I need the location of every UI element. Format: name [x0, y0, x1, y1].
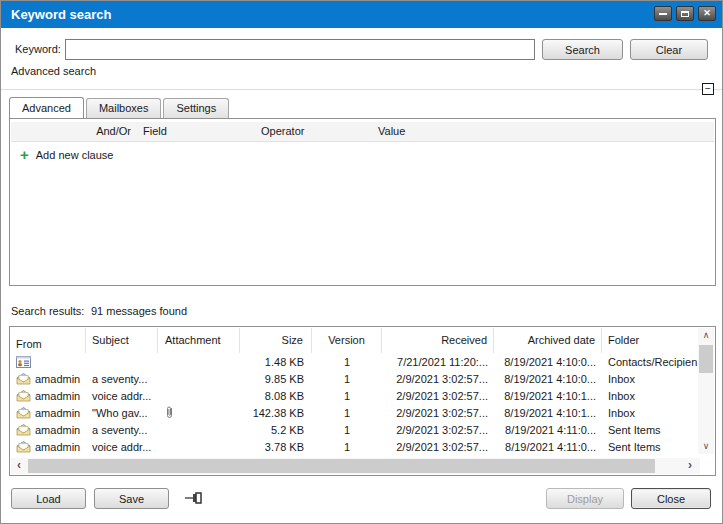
clause-col-field: Field — [143, 125, 167, 137]
window-title: Keyword search — [1, 7, 111, 22]
collapse-toggle[interactable]: − — [702, 83, 714, 95]
scroll-up-icon[interactable]: ∧ — [698, 328, 714, 343]
advanced-search-label: Advanced search — [11, 65, 96, 77]
minus-icon: − — [705, 84, 711, 94]
table-row[interactable]: amadmin voice addr... 3.78 KB 1 2/9/2021… — [11, 438, 700, 455]
envelope-icon — [16, 390, 31, 402]
envelope-icon — [16, 441, 31, 453]
tab-mailboxes[interactable]: Mailboxes — [86, 98, 162, 118]
add-new-clause-button[interactable]: + Add new clause — [20, 149, 113, 161]
tab-advanced[interactable]: Advanced — [9, 97, 84, 118]
cell-size: 1.48 KB — [240, 356, 312, 368]
maximize-icon — [681, 11, 689, 17]
col-header-version[interactable]: Version — [312, 328, 382, 353]
cell-archived-date: 8/19/2021 4:11:0... — [494, 424, 602, 436]
cell-version: 1 — [312, 356, 382, 368]
cell-subject: voice addr... — [86, 441, 158, 453]
table-row[interactable]: amadmin "Who gav... 142.38 KB 1 2/9/2021… — [11, 404, 700, 421]
cell-from: amadmin — [35, 407, 80, 419]
cell-size: 5.2 KB — [240, 424, 312, 436]
pin-icon[interactable] — [185, 492, 203, 506]
cell-folder: Sent Items — [602, 424, 700, 436]
cell-folder: Inbox — [602, 373, 700, 385]
col-header-size[interactable]: Size — [240, 328, 312, 353]
cell-version: 1 — [312, 373, 382, 385]
display-button: Display — [546, 488, 624, 509]
clause-col-value: Value — [378, 125, 405, 137]
search-button[interactable]: Search — [542, 39, 623, 60]
cell-subject: "Who gav... — [86, 407, 158, 419]
separator-line — [1, 89, 723, 90]
cell-size: 3.78 KB — [240, 441, 312, 453]
cell-received: 2/9/2021 3:02:57... — [382, 424, 494, 436]
scroll-right-icon[interactable]: › — [682, 458, 698, 474]
col-header-received[interactable]: Received — [382, 328, 494, 353]
cell-received: 2/9/2021 3:02:57... — [382, 407, 494, 419]
cell-from: amadmin — [35, 441, 80, 453]
tab-settings[interactable]: Settings — [163, 98, 229, 118]
cell-version: 1 — [312, 424, 382, 436]
envelope-icon — [16, 373, 31, 385]
cell-from: amadmin — [35, 390, 80, 402]
col-header-attachment[interactable]: Attachment — [158, 328, 240, 353]
table-row[interactable]: amadmin a seventy... 9.85 KB 1 2/9/2021 … — [11, 370, 700, 387]
maximize-button[interactable] — [676, 6, 694, 21]
table-row[interactable]: amadmin voice addr... 8.08 KB 1 2/9/2021… — [11, 387, 700, 404]
results-rows: 1.48 KB 1 7/21/2021 11:20:... 8/19/2021 … — [11, 353, 700, 455]
col-header-archived-date[interactable]: Archived date — [494, 328, 602, 353]
cell-received: 2/9/2021 3:02:57... — [382, 390, 494, 402]
cell-archived-date: 8/19/2021 4:10:1... — [494, 407, 602, 419]
cell-archived-date: 8/19/2021 4:10:1... — [494, 390, 602, 402]
scroll-down-icon[interactable]: ∨ — [698, 439, 714, 454]
keyword-input[interactable] — [65, 39, 535, 60]
clause-col-andor: And/Or — [96, 125, 131, 137]
advanced-tab-panel: And/Or Field Operator Value + Add new cl… — [9, 118, 716, 286]
cell-folder: Inbox — [602, 390, 700, 402]
horizontal-scrollbar[interactable]: ‹ › — [11, 458, 700, 474]
cell-folder: Inbox — [602, 407, 700, 419]
tab-strip: Advanced Mailboxes Settings — [9, 98, 231, 118]
cell-version: 1 — [312, 390, 382, 402]
cell-archived-date: 8/19/2021 4:11:0... — [494, 441, 602, 453]
vertical-scrollbar[interactable]: ∧ ∨ — [698, 328, 714, 454]
table-row[interactable]: amadmin a seventy... 5.2 KB 1 2/9/2021 3… — [11, 421, 700, 438]
col-header-folder[interactable]: Folder — [602, 328, 700, 353]
close-dialog-button[interactable]: Close — [631, 488, 711, 509]
cell-size: 9.85 KB — [240, 373, 312, 385]
cell-received: 7/21/2021 11:20:... — [382, 356, 494, 368]
table-row[interactable]: 1.48 KB 1 7/21/2021 11:20:... 8/19/2021 … — [11, 353, 700, 370]
cell-received: 2/9/2021 3:02:57... — [382, 441, 494, 453]
minimize-button[interactable] — [654, 6, 672, 21]
close-button[interactable]: ✕ — [698, 6, 716, 21]
load-button[interactable]: Load — [11, 488, 86, 509]
save-button[interactable]: Save — [94, 488, 169, 509]
cell-archived-date: 8/19/2021 4:10:0... — [494, 373, 602, 385]
col-header-from[interactable]: From — [11, 328, 86, 353]
search-results-count: 91 messages found — [91, 305, 187, 317]
horizontal-scroll-thumb[interactable] — [28, 459, 655, 473]
titlebar[interactable]: Keyword search ✕ — [1, 1, 722, 28]
paperclip-icon — [165, 405, 174, 419]
keyword-label: Keyword: — [15, 43, 61, 55]
cell-from: amadmin — [35, 424, 80, 436]
cell-received: 2/9/2021 3:02:57... — [382, 373, 494, 385]
add-new-clause-label: Add new clause — [36, 149, 114, 161]
search-results-label: Search results: — [11, 305, 84, 317]
clear-button[interactable]: Clear — [630, 39, 708, 60]
cell-size: 8.08 KB — [240, 390, 312, 402]
contact-card-icon — [16, 356, 31, 368]
vertical-scroll-thumb[interactable] — [699, 345, 713, 373]
envelope-icon — [16, 424, 31, 436]
scroll-left-icon[interactable]: ‹ — [11, 458, 27, 474]
cell-subject: a seventy... — [86, 373, 158, 385]
keyword-search-window: Keyword search ✕ Keyword: Search Clear A… — [0, 0, 723, 524]
cell-version: 1 — [312, 441, 382, 453]
col-header-subject[interactable]: Subject — [86, 328, 158, 353]
results-header-row: From Subject Attachment Size Version Rec… — [11, 328, 700, 353]
close-icon: ✕ — [703, 9, 711, 18]
plus-icon: + — [20, 150, 29, 160]
window-controls: ✕ — [654, 6, 716, 21]
clause-col-operator: Operator — [261, 125, 304, 137]
cell-from: amadmin — [35, 373, 80, 385]
cell-size: 142.38 KB — [240, 407, 312, 419]
